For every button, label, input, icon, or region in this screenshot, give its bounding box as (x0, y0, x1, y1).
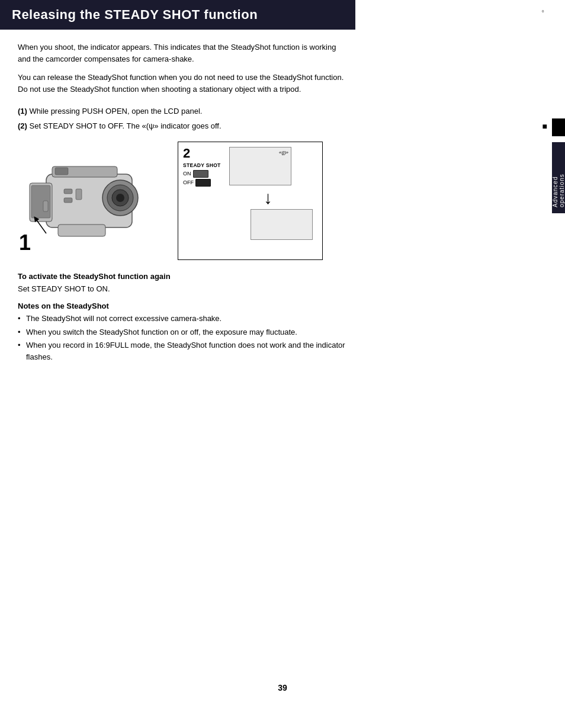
svg-rect-10 (64, 198, 72, 203)
svg-rect-9 (64, 189, 72, 194)
step2-top-row: 2 STEADY SHOT ON OFF (178, 142, 322, 187)
intro-paragraph-2: You can release the SteadyShot function … (18, 72, 349, 95)
step-1-instruction: (1) While pressing PUSH OPEN, open the L… (18, 105, 349, 118)
svg-rect-14 (43, 201, 48, 211)
step-1-bold: (1) (18, 107, 27, 116)
down-arrow-icon: ↓ (264, 189, 272, 207)
steady-shot-title: STEADY SHOT (183, 162, 224, 168)
step-2-instruction: (2) Set STEADY SHOT to OFF. The «(ψ» ind… (18, 120, 349, 133)
reactivate-text: Set STEADY SHOT to ON. (18, 283, 349, 295)
switch-off-graphic (195, 179, 211, 187)
camcorder-illustration: 1 (18, 142, 172, 260)
off-row: OFF (183, 179, 224, 187)
step-2-bold: (2) (18, 121, 27, 130)
svg-rect-12 (55, 168, 68, 175)
lcd-bottom-screen (251, 209, 313, 240)
notes-title: Notes on the SteadyShot (18, 302, 547, 310)
side-mark: ■ (542, 121, 547, 131)
lcd-indicator-text: «(j)» (279, 150, 288, 155)
svg-point-6 (116, 194, 124, 202)
svg-rect-11 (76, 189, 82, 200)
note-item-1: The SteadyShot will not correct excessiv… (18, 313, 349, 325)
intro-paragraph-1: When you shoot, the indicator appears. T… (18, 41, 349, 65)
step-2-text: Set STEADY SHOT to OFF. The «(ψ» indicat… (30, 121, 221, 130)
reactivate-title: To activate the SteadyShot function agai… (18, 272, 547, 281)
lcd-top-screen: «(j)» (229, 147, 291, 185)
on-label: ON (183, 171, 191, 177)
side-tab-top-block (552, 118, 565, 136)
step2-left-controls: 2 STEADY SHOT ON OFF (183, 147, 224, 187)
side-tab-advanced-operations: Advanced operations (552, 142, 565, 213)
main-content: When you shoot, the indicator appears. T… (0, 30, 565, 376)
page-container: ° Releasing the STEADY SHOT function Adv… (0, 0, 565, 728)
step-2-number-label: 2 (183, 147, 224, 160)
side-tab-label: Advanced operations (552, 148, 565, 207)
step2-bottom-row (178, 209, 322, 247)
notes-bullet-list: The SteadyShot will not correct excessiv… (18, 313, 547, 363)
note-item-3: When you record in 16:9FULL mode, the St… (18, 339, 349, 363)
on-row: ON (183, 170, 224, 178)
switch-on-graphic (193, 170, 208, 178)
off-label: OFF (183, 179, 194, 185)
step-2-panel: 2 STEADY SHOT ON OFF (178, 142, 323, 260)
step-1-text: While pressing PUSH OPEN, open the LCD p… (30, 107, 203, 116)
header-banner: Releasing the STEADY SHOT function (0, 0, 355, 30)
page-number: 39 (278, 683, 287, 692)
note-item-2: When you switch the SteadyShot function … (18, 326, 349, 338)
diagram-area: 1 (18, 142, 547, 260)
svg-rect-8 (58, 225, 105, 236)
corner-decoration: ° (542, 9, 544, 16)
camcorder-svg (28, 142, 159, 251)
page-title: Releasing the STEADY SHOT function (12, 7, 344, 23)
step-1-number: 1 (19, 230, 31, 255)
step2-arrow-row: ↓ (178, 189, 322, 207)
